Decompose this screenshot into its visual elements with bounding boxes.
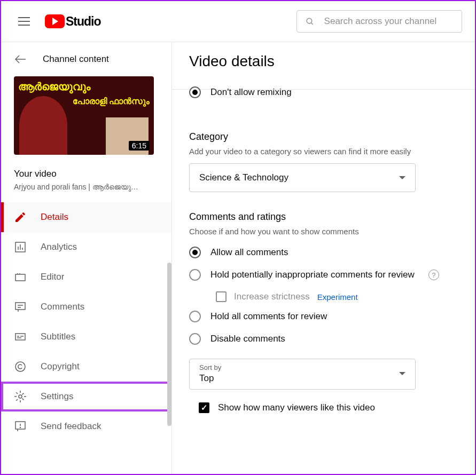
gear-icon	[14, 390, 27, 403]
sidebar-item-label: Copyright	[41, 361, 80, 372]
checkbox-checked-icon	[199, 402, 209, 413]
radio-icon	[189, 311, 201, 322]
dropdown-value: Science & Technology	[199, 172, 288, 183]
radio-label: Don't allow remixing	[210, 87, 292, 98]
category-heading: Category	[189, 131, 458, 142]
radio-icon	[189, 269, 201, 281]
sidebar-item-label: Details	[41, 212, 68, 223]
editor-icon	[14, 271, 27, 283]
comments-icon	[14, 300, 27, 313]
radio-label: Disable comments	[210, 334, 285, 344]
likes-checkbox-row[interactable]: Show how many viewers like this video	[189, 402, 458, 413]
sidebar-item-label: Editor	[41, 272, 64, 282]
video-title-section: Your video Arjyou and porali fans | ആർജെ…	[1, 163, 171, 202]
sidebar-item-label: Analytics	[41, 242, 77, 252]
sidebar: Channel content ആർജെയുവും പോരാളി ഫാൻസും …	[1, 42, 172, 474]
analytics-icon	[14, 241, 27, 254]
thumbnail-area: ആർജെയുവും പോരാളി ഫാൻസും 6:15	[1, 76, 171, 163]
chevron-down-icon	[399, 372, 405, 375]
sort-label: Sort by	[199, 363, 221, 371]
sidebar-item-details[interactable]: Details	[1, 202, 171, 232]
back-label: Channel content	[43, 54, 109, 65]
svg-point-0	[307, 18, 312, 23]
logo-text: Studio	[66, 14, 101, 29]
sidebar-item-label: Send feedback	[41, 421, 101, 432]
main-body: Don't allow remixing Category Add your v…	[189, 94, 458, 413]
video-name: Arjyou and porali fans | ആർജെയു…	[14, 183, 159, 192]
youtube-play-icon	[45, 14, 65, 28]
comments-desc: Choose if and how you want to show comme…	[189, 227, 458, 236]
video-thumbnail[interactable]: ആർജെയുവും പോരാളി ഫാൻസും 6:15	[14, 76, 154, 155]
content-area: Channel content ആർജെയുവും പോരാളി ഫാൻസും …	[1, 42, 475, 474]
strictness-option[interactable]: Increase strictness Experiment	[216, 288, 458, 307]
svg-line-1	[311, 22, 313, 24]
checkbox-icon	[216, 291, 227, 302]
copyright-icon	[14, 360, 27, 373]
feedback-icon	[14, 420, 27, 433]
duration-badge: 6:15	[129, 141, 150, 151]
comment-option-allow[interactable]: Allow all comments	[189, 243, 458, 262]
sidebar-item-editor[interactable]: Editor	[1, 262, 171, 292]
main-panel: Video details Don't allow remixing Categ…	[172, 42, 475, 474]
back-arrow-icon	[14, 53, 27, 66]
comment-option-disable[interactable]: Disable comments	[189, 330, 458, 348]
hamburger-icon	[18, 17, 30, 26]
sidebar-item-label: Comments	[41, 302, 84, 312]
nav-items: Details Analytics Editor Comments Subtit…	[1, 202, 171, 474]
remix-partial-option: Don't allow remixing	[189, 83, 458, 101]
sort-value: Top	[199, 373, 221, 384]
logo[interactable]: Studio	[45, 14, 101, 29]
radio-label: Allow all comments	[210, 247, 288, 258]
scrollbar[interactable]	[167, 263, 171, 426]
sort-dropdown[interactable]: Sort by Top	[189, 359, 416, 390]
pencil-icon	[14, 211, 27, 224]
svg-point-18	[15, 362, 25, 371]
your-video-label: Your video	[14, 169, 159, 179]
sidebar-item-comments[interactable]: Comments	[1, 292, 171, 322]
page-title: Video details	[189, 53, 458, 70]
thumb-overlay-1: ആർജെയുവും	[18, 81, 90, 93]
svg-point-19	[19, 395, 22, 398]
chevron-down-icon	[399, 176, 405, 179]
search-input[interactable]	[324, 16, 453, 27]
back-row[interactable]: Channel content	[1, 42, 171, 76]
sidebar-item-copyright[interactable]: Copyright	[1, 352, 171, 382]
category-dropdown[interactable]: Science & Technology	[189, 163, 416, 192]
sidebar-item-label: Settings	[41, 391, 73, 402]
search-icon	[306, 17, 315, 27]
svg-rect-7	[15, 274, 25, 281]
remix-radio-row[interactable]: Don't allow remixing	[189, 83, 458, 101]
sidebar-item-label: Subtitles	[41, 331, 75, 342]
subtitles-icon	[14, 330, 27, 343]
checkbox-label: Show how many viewers like this video	[218, 402, 375, 413]
comments-heading: Comments and ratings	[189, 211, 458, 223]
comment-option-hold-all[interactable]: Hold all comments for review	[189, 307, 458, 326]
app-header: Studio	[1, 1, 475, 42]
comment-radio-group: Allow all comments Hold potentially inap…	[189, 243, 458, 348]
help-icon[interactable]: ?	[428, 270, 439, 280]
sidebar-item-analytics[interactable]: Analytics	[1, 232, 171, 262]
strictness-label: Increase strictness	[234, 291, 310, 302]
comment-option-hold-inappropriate[interactable]: Hold potentially inappropriate comments …	[189, 266, 458, 284]
sidebar-item-settings[interactable]: Settings	[1, 382, 171, 411]
search-box[interactable]	[296, 10, 462, 33]
sidebar-item-subtitles[interactable]: Subtitles	[1, 322, 171, 352]
radio-label: Hold potentially inappropriate comments …	[210, 270, 415, 280]
thumb-overlay-2: പോരാളി ഫാൻസും	[73, 97, 150, 106]
menu-button[interactable]	[14, 13, 34, 30]
svg-rect-14	[15, 334, 25, 340]
radio-icon	[189, 333, 201, 345]
sidebar-item-feedback[interactable]: Send feedback	[1, 411, 171, 441]
radio-label: Hold all comments for review	[210, 311, 327, 322]
experiment-badge: Experiment	[317, 292, 358, 302]
category-desc: Add your video to a category so viewers …	[189, 147, 458, 156]
radio-icon	[189, 86, 201, 98]
svg-point-22	[20, 428, 21, 428]
svg-rect-10	[15, 303, 25, 310]
radio-icon	[189, 247, 201, 258]
